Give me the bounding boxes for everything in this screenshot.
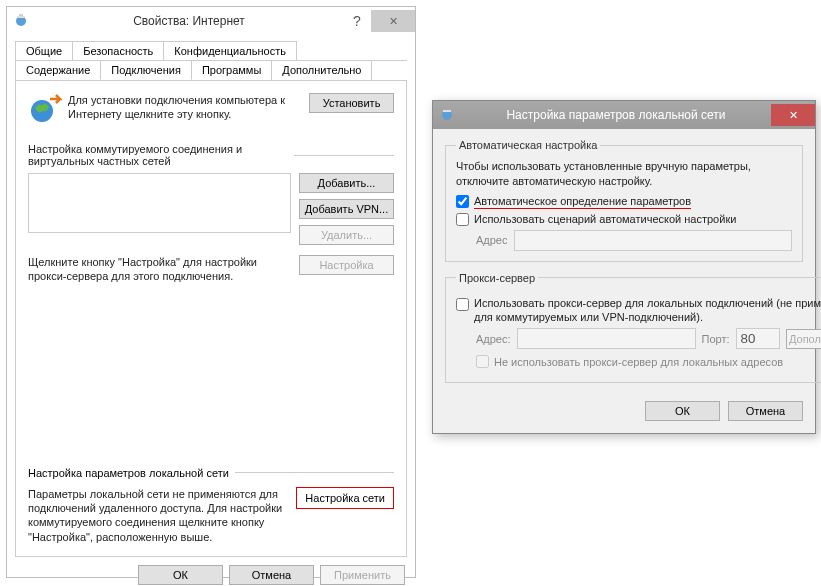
cancel-button[interactable]: Отмена (728, 401, 803, 421)
svg-rect-5 (443, 110, 451, 112)
remove-button: Удалить... (299, 225, 394, 245)
use-proxy-checkbox[interactable] (456, 298, 469, 311)
proxy-address-label: Адрес: (476, 333, 511, 345)
proxy-legend: Прокси-сервер (456, 272, 538, 284)
tab-programs[interactable]: Программы (191, 60, 272, 80)
script-address-label: Адрес (476, 234, 508, 246)
use-proxy-label: Использовать прокси-сервер для локальных… (474, 296, 821, 325)
lan-settings-button[interactable]: Настройка сети (296, 487, 394, 509)
setup-button[interactable]: Установить (309, 93, 394, 113)
auto-config-legend: Автоматическая настройка (456, 139, 600, 151)
title-bar: Свойства: Интернет ? ✕ (7, 7, 415, 35)
add-vpn-button[interactable]: Добавить VPN... (299, 199, 394, 219)
settings-button: Настройка (299, 255, 394, 275)
script-address-input (514, 230, 793, 251)
auto-detect-checkbox[interactable] (456, 195, 469, 208)
tab-panel-connections: Для установки подключения компьютера к И… (15, 81, 407, 557)
apply-button: Применить (320, 565, 405, 585)
proxy-port-label: Порт: (702, 333, 730, 345)
window-icon (13, 12, 29, 30)
auto-config-group: Автоматическая настройка Чтобы использов… (445, 139, 803, 262)
connection-buttons: Добавить... Добавить VPN... Удалить... (299, 173, 394, 245)
auto-detect-label: Автоматическое определение параметров (474, 195, 691, 209)
help-button[interactable]: ? (343, 13, 371, 29)
svg-rect-2 (19, 14, 23, 16)
tab-row-2: Содержание Подключения Программы Дополни… (15, 60, 407, 81)
svg-rect-1 (17, 16, 25, 18)
title-bar: Настройка параметров локальной сети ✕ (433, 101, 815, 129)
dialog-footer: ОК Отмена Применить (7, 557, 415, 586)
tab-content[interactable]: Содержание (15, 60, 101, 80)
ok-button[interactable]: ОК (138, 565, 223, 585)
bypass-local-label: Не использовать прокси-сервер для локаль… (494, 356, 783, 368)
dial-section-header: Настройка коммутируемого соединения и ви… (28, 143, 394, 167)
dialog-footer: ОК Отмена (445, 393, 803, 423)
advanced-button: Дополнительно (786, 329, 821, 349)
bypass-local-checkbox (476, 355, 489, 368)
window-title: Настройка параметров локальной сети (461, 108, 771, 122)
close-button[interactable]: ✕ (771, 104, 815, 126)
proxy-description: Щелкните кнопку "Настройка" для настройк… (28, 255, 299, 284)
internet-properties-dialog: Свойства: Интернет ? ✕ Общие Безопасност… (6, 6, 416, 578)
window-title: Свойства: Интернет (35, 14, 343, 28)
tab-advanced[interactable]: Дополнительно (271, 60, 372, 80)
tab-general[interactable]: Общие (15, 41, 73, 60)
cancel-button[interactable]: Отмена (229, 565, 314, 585)
setup-description: Для установки подключения компьютера к И… (68, 93, 309, 122)
proxy-port-input (736, 328, 780, 349)
proxy-group: Прокси-сервер Использовать прокси-сервер… (445, 272, 821, 384)
tab-row-1: Общие Безопасность Конфиденциальность (15, 41, 407, 61)
lan-settings-dialog: Настройка параметров локальной сети ✕ Ав… (432, 100, 816, 434)
use-script-checkbox[interactable] (456, 213, 469, 226)
lan-description: Параметры локальной сети не применяются … (28, 487, 296, 544)
proxy-address-input (517, 328, 696, 349)
ok-button[interactable]: ОК (645, 401, 720, 421)
auto-config-text: Чтобы использовать установленные вручную… (456, 159, 792, 189)
lan-section-header: Настройка параметров локальной сети (28, 467, 394, 479)
add-button[interactable]: Добавить... (299, 173, 394, 193)
window-icon (439, 106, 455, 124)
globe-icon (28, 93, 62, 129)
connections-listbox[interactable] (28, 173, 291, 233)
close-button[interactable]: ✕ (371, 10, 415, 32)
tab-security[interactable]: Безопасность (72, 41, 164, 60)
use-script-label: Использовать сценарий автоматической нас… (474, 213, 736, 225)
tab-privacy[interactable]: Конфиденциальность (163, 41, 297, 60)
tab-connections[interactable]: Подключения (100, 60, 192, 80)
